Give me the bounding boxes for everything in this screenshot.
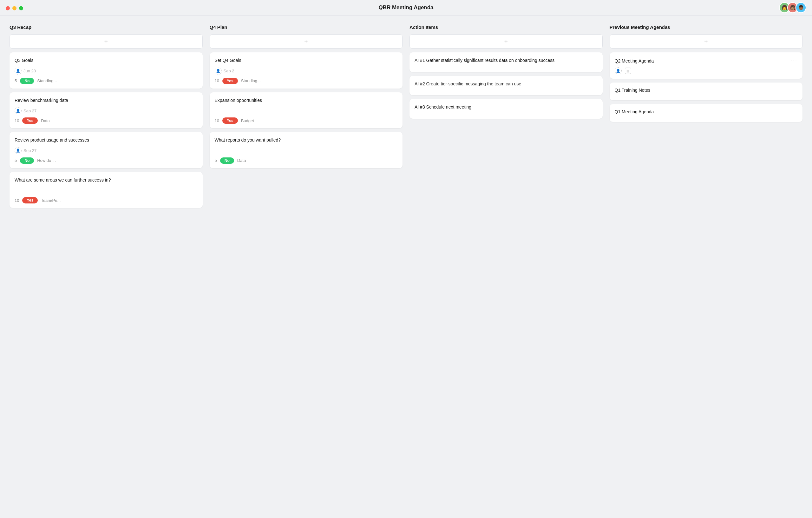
card-q3goals: Q3 Goals 👤 Jun 28 5 No Standing...	[9, 52, 203, 88]
user-icon: 👤	[215, 67, 222, 75]
badge-yes: Yes	[22, 197, 38, 203]
card-meta: 👤 Sep 27	[14, 107, 198, 114]
card-label: How do ...	[37, 158, 56, 163]
previous-card-title: Q1 Meeting Agenda	[615, 109, 654, 114]
previous-card-header: Q1 Training Notes	[615, 88, 798, 93]
badge-yes: Yes	[222, 78, 238, 84]
card-footer: 10 Yes Team/Pe...	[14, 197, 198, 203]
column-header-action-items: Action Items	[409, 24, 603, 30]
previous-card-header: Q1 Meeting Agenda	[615, 109, 798, 114]
avatars-group: 👩 👩🏽 👨🏾	[779, 2, 806, 13]
traffic-lights	[6, 6, 23, 10]
card-number: 10	[14, 118, 19, 123]
dots-menu[interactable]: ···	[791, 57, 798, 64]
card-title: What reports do you want pulled?	[215, 137, 398, 143]
close-button[interactable]	[6, 6, 10, 10]
card-label: Team/Pe...	[41, 198, 61, 203]
card-title: AI #3 Schedule next meeting	[414, 104, 598, 110]
card-number: 10	[215, 78, 219, 83]
card-further-success: What are some areas we can further succe…	[9, 172, 203, 208]
card-footer: 5 No Standing...	[14, 78, 198, 84]
card-q2agenda: Q2 Meeting Agenda ··· 👤 ▦	[610, 52, 803, 79]
card-label: Standing...	[37, 78, 57, 83]
card-footer: 5 No How do ...	[14, 158, 198, 164]
card-footer: 10 Yes Standing...	[215, 78, 398, 84]
card-title: Q3 Goals	[14, 57, 198, 64]
card-meta	[14, 187, 198, 194]
add-card-previous-agendas[interactable]: +	[610, 34, 803, 49]
card-ai3: AI #3 Schedule next meeting	[409, 99, 603, 119]
page-title: QBR Meeting Agenda	[378, 4, 433, 11]
card-number: 5	[14, 158, 17, 163]
badge-yes: Yes	[222, 117, 238, 124]
card-date: Jun 28	[24, 69, 36, 73]
previous-card-title: Q2 Meeting Agenda	[615, 58, 654, 63]
card-expansion: Expansion opportunities 10 Yes Budget	[210, 92, 403, 129]
card-title: Review benchmarking data	[14, 98, 198, 104]
card-footer: 10 Yes Budget	[215, 117, 398, 124]
column-previous-agendas: Previous Meeting Agendas + Q2 Meeting Ag…	[610, 24, 803, 126]
previous-card-header: Q2 Meeting Agenda ···	[615, 57, 798, 64]
card-label: Data	[237, 158, 246, 163]
card-ai1: AI #1 Gather statistically significant r…	[409, 52, 603, 72]
user-icon: 👤	[14, 67, 22, 75]
badge-yes: Yes	[22, 117, 38, 124]
card-number: 5	[215, 158, 217, 163]
column-action-items: Action Items + AI #1 Gather statisticall…	[409, 24, 603, 122]
user-icon: 👤	[14, 107, 22, 114]
card-number: 10	[14, 198, 19, 203]
badge-no: No	[220, 158, 234, 164]
user-icon: 👤	[14, 147, 22, 154]
previous-card-icons: 👤 ▦	[615, 67, 798, 74]
card-date: Sep 27	[24, 148, 36, 153]
card-title: Expansion opportunities	[215, 98, 398, 104]
card-label: Data	[41, 118, 50, 123]
card-q1training: Q1 Training Notes	[610, 83, 803, 100]
column-q3recap: Q3 Recap + Q3 Goals 👤 Jun 28 5 No Standi…	[9, 24, 203, 212]
card-number: 5	[14, 78, 17, 83]
minimize-button[interactable]	[12, 6, 17, 10]
add-card-q3recap[interactable]: +	[9, 34, 203, 49]
card-set-q4goals: Set Q4 Goals 👤 Sep 2 10 Yes Standing...	[210, 52, 403, 88]
card-product-usage: Review product usage and successes 👤 Sep…	[9, 132, 203, 168]
card-ai2: AI #2 Create tier-specific messaging the…	[409, 76, 603, 96]
card-benchmarking: Review benchmarking data 👤 Sep 27 10 Yes…	[9, 92, 203, 129]
card-footer: 10 Yes Data	[14, 117, 198, 124]
user-icon: 👤	[615, 67, 622, 74]
column-header-q4plan: Q4 Plan	[210, 24, 403, 30]
card-q1agenda: Q1 Meeting Agenda	[610, 104, 803, 122]
card-title: What are some areas we can further succe…	[14, 177, 198, 184]
card-date: Sep 2	[224, 69, 234, 73]
card-title: AI #1 Gather statistically significant r…	[414, 57, 598, 64]
card-reports: What reports do you want pulled? 5 No Da…	[210, 132, 403, 168]
column-header-previous-agendas: Previous Meeting Agendas	[610, 24, 803, 30]
card-number: 10	[215, 118, 219, 123]
column-header-q3recap: Q3 Recap	[9, 24, 203, 30]
previous-card-title: Q1 Training Notes	[615, 88, 650, 93]
card-meta: 👤 Sep 27	[14, 147, 198, 154]
card-title: AI #2 Create tier-specific messaging the…	[414, 81, 598, 87]
badge-no: No	[20, 158, 34, 164]
add-card-q4plan[interactable]: +	[210, 34, 403, 49]
card-footer: 5 No Data	[215, 158, 398, 164]
card-meta	[215, 107, 398, 114]
card-meta	[215, 147, 398, 154]
maximize-button[interactable]	[19, 6, 23, 10]
calendar-icon: ▦	[625, 67, 631, 74]
card-meta: 👤 Jun 28	[14, 67, 198, 75]
board: Q3 Recap + Q3 Goals 👤 Jun 28 5 No Standi…	[0, 16, 812, 221]
card-title: Review product usage and successes	[14, 137, 198, 143]
avatar-3[interactable]: 👨🏾	[795, 2, 806, 13]
card-date: Sep 27	[24, 109, 36, 113]
badge-no: No	[20, 78, 34, 84]
column-q4plan: Q4 Plan + Set Q4 Goals 👤 Sep 2 10 Yes St…	[210, 24, 403, 172]
card-label: Standing...	[241, 78, 261, 83]
card-title: Set Q4 Goals	[215, 57, 398, 64]
card-meta: 👤 Sep 2	[215, 67, 398, 75]
add-card-action-items[interactable]: +	[409, 34, 603, 49]
card-label: Budget	[241, 118, 254, 123]
title-bar: QBR Meeting Agenda 👩 👩🏽 👨🏾	[0, 0, 812, 16]
